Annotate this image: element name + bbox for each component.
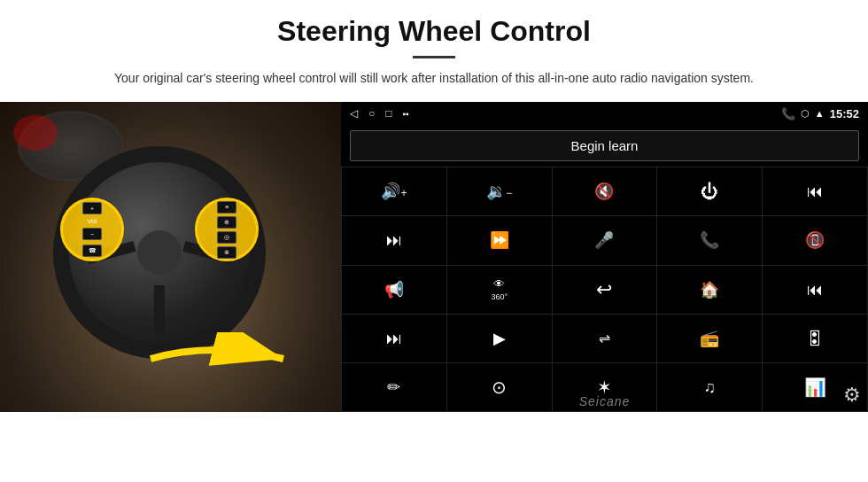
page-subtitle: Your original car's steering wheel contr… [114, 69, 754, 88]
music-icon: ♫ [704, 379, 717, 395]
navigate-icon: ▶ [493, 330, 506, 346]
back-nav-button[interactable]: ↩ [553, 266, 657, 314]
signal-icon: ▪▪ [403, 109, 409, 119]
status-right: 📞 ⬡ ▲ 15:52 [781, 107, 859, 120]
mic-icon: 🎤 [594, 232, 614, 248]
music-button[interactable]: ♫ [657, 363, 762, 411]
phone-status-icon: 📞 [781, 107, 795, 120]
equalizer-icon: 📊 [804, 378, 826, 396]
time-display: 15:52 [830, 107, 859, 120]
next-track-icon: ⏭ [386, 232, 402, 248]
vol-up-icon: 🔊+ [381, 183, 407, 199]
circle-btn-button[interactable]: ⊙ [447, 363, 552, 411]
call-button[interactable]: 📞 [657, 216, 762, 264]
begin-learn-button[interactable]: Begin learn [350, 130, 859, 161]
sw-btn-mode: ≡ [217, 201, 236, 214]
vol-down-button[interactable]: 🔉− [447, 167, 552, 215]
home-button[interactable]: 🏠 [657, 266, 762, 314]
gear-settings-icon[interactable]: ⚙ [843, 384, 861, 407]
horn-button[interactable]: 📢 [342, 266, 446, 314]
location-icon: ⬡ [801, 108, 810, 120]
skip-fwd-button[interactable]: ⏭ [342, 315, 446, 362]
title-divider [413, 56, 455, 58]
back-arrow-icon[interactable]: ◁ [350, 107, 358, 120]
sw-label-vol: Vol [87, 217, 97, 225]
icon-grid: 🔊+ 🔉− 🔇 ⏻ ⏮ ⏭ ⏩ [341, 167, 868, 412]
edit-icon: ✏ [387, 379, 400, 395]
button-group-left: + Vol − ☎ [60, 198, 124, 261]
button-group-right: ≡ ⊕ ◎ ⊗ [195, 198, 259, 261]
eq-icon: ⇌ [599, 331, 610, 346]
radio-button[interactable]: 📻 [657, 315, 762, 362]
settings-sliders-button[interactable]: 🎛 [763, 315, 867, 362]
prev-track-icon: ⏮ [807, 183, 823, 199]
mute-icon: 🔇 [594, 183, 614, 199]
vol-down-icon: 🔉− [486, 183, 512, 199]
page-title: Steering Wheel Control [277, 16, 591, 47]
prev-track-button[interactable]: ⏮ [763, 167, 867, 215]
page-container: Steering Wheel Control Your original car… [0, 0, 868, 482]
home-icon: 🏠 [700, 282, 719, 298]
content-row: + Vol − ☎ ≡ ⊕ ◎ ⊗ [0, 102, 868, 412]
circle-btn-icon: ⊙ [492, 378, 507, 396]
left-buttons: + Vol − ☎ [82, 202, 102, 257]
view-360-icon: 👁360° [491, 278, 508, 301]
eq-button[interactable]: ⇌ [553, 315, 657, 362]
mic-button[interactable]: 🎤 [553, 216, 657, 264]
sw-btn-back: ⊗ [217, 246, 236, 259]
indicator-light [13, 115, 58, 151]
skip-back-button[interactable]: ⏮ [763, 266, 867, 314]
call-icon: 📞 [700, 232, 719, 248]
next-track-button[interactable]: ⏭ [342, 216, 446, 264]
status-bar: ◁ ○ □ ▪▪ 📞 ⬡ ▲ 15:52 [341, 102, 868, 125]
sw-btn-ok: ◎ [217, 231, 236, 244]
view-360-button[interactable]: 👁360° [447, 266, 552, 314]
status-left: ◁ ○ □ ▪▪ [350, 107, 409, 120]
back-nav-icon: ↩ [596, 280, 612, 299]
car-background: + Vol − ☎ ≡ ⊕ ◎ ⊗ [0, 102, 341, 412]
sw-btn-seek: ⊕ [217, 216, 236, 229]
yellow-arrow [142, 332, 301, 385]
fast-forward-button[interactable]: ⏩ [447, 216, 552, 264]
android-control-panel: ◁ ○ □ ▪▪ 📞 ⬡ ▲ 15:52 Begin learn [341, 102, 868, 412]
fast-forward-icon: ⏩ [490, 232, 509, 248]
right-buttons: ≡ ⊕ ◎ ⊗ [217, 201, 236, 259]
square-icon[interactable]: □ [385, 107, 391, 120]
sw-btn-plus: + [82, 202, 102, 214]
radio-icon: 📻 [700, 330, 719, 346]
steering-wheel-panel: + Vol − ☎ ≡ ⊕ ◎ ⊗ [0, 102, 341, 412]
end-call-icon: 📵 [805, 232, 825, 248]
vol-up-button[interactable]: 🔊+ [342, 167, 446, 215]
skip-back-icon: ⏮ [807, 282, 823, 298]
navigate-button[interactable]: ▶ [447, 315, 552, 362]
end-call-button[interactable]: 📵 [763, 216, 867, 264]
settings-sliders-icon: 🎛 [806, 330, 824, 347]
bluetooth-icon: ✶ [597, 378, 612, 396]
sw-center [137, 230, 182, 275]
sw-spoke-bottom [154, 285, 165, 334]
skip-fwd-icon: ⏭ [386, 330, 402, 346]
power-button[interactable]: ⏻ [657, 167, 762, 215]
begin-learn-row: Begin learn [341, 125, 868, 167]
home-circle-icon[interactable]: ○ [368, 107, 375, 120]
wifi-icon: ▲ [815, 108, 825, 119]
sw-btn-call: ☎ [82, 245, 102, 257]
bluetooth-button[interactable]: ✶ [553, 363, 657, 411]
horn-icon: 📢 [384, 282, 404, 298]
edit-button[interactable]: ✏ [342, 363, 446, 411]
sw-btn-minus: − [82, 228, 102, 240]
mute-button[interactable]: 🔇 [553, 167, 657, 215]
power-icon: ⏻ [701, 183, 718, 200]
